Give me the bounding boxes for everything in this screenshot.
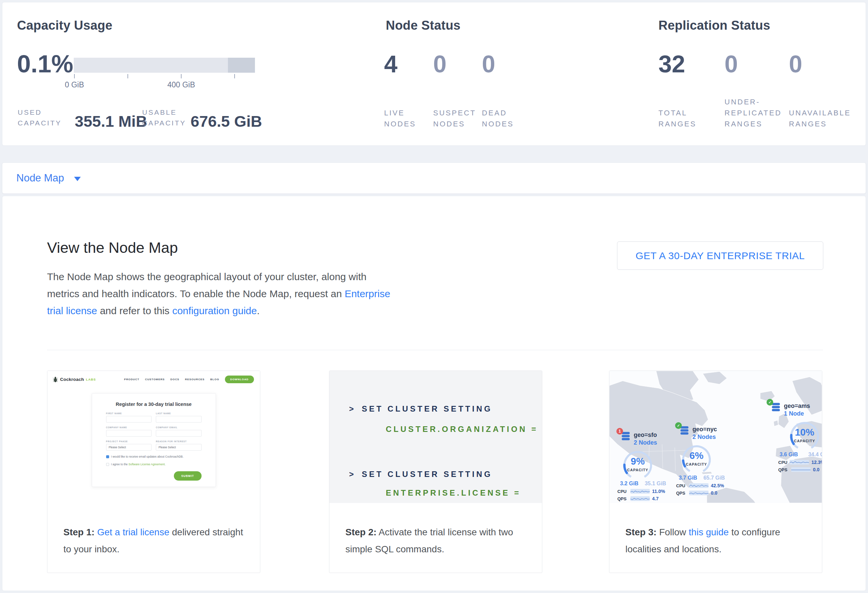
axis-tick-label: 400 GiB [167,80,195,90]
axis-tick-label: 0 GiB [65,80,84,90]
field-label: FIRST NAME [106,412,152,415]
enterprise-trial-button[interactable]: GET A 30-DAY ENTERPRISE TRIAL [617,241,823,270]
used-capacity-value: 355.1 MiB [75,113,147,130]
sql-license-setting: ENTERPRISE.LICENSE = [386,488,521,497]
locality-nyc: ✓ geo=nyc 2 Nodes [675,426,732,496]
cluster-summary-panel: Capacity Usage 0.1% 0 GiB 400 GiB USED C… [2,2,866,146]
used-capacity: 3.6 GiB [779,452,798,458]
live-nodes-count: 4 [384,51,397,77]
unavailable-ranges-count: 0 [789,51,802,77]
qps-sparkline [791,467,810,472]
project-phase-select: Please Select [106,444,152,450]
step1-label: Step 1: [63,527,94,537]
locality-node-count: 1 Node [784,410,810,417]
cpu-sparkline [689,483,709,488]
trial-license-website-thumbnail: Cockroach LABS PRODUCT CUSTOMERS DOCS RE… [47,371,260,503]
dead-nodes-label: DEAD NODES [482,107,514,129]
capacity-gauge: 9% CAPACITY [619,449,656,481]
total-capacity: 34.4 GiB [808,452,822,458]
get-trial-license-link[interactable]: Get a trial license [97,527,169,537]
locality-sfo: 1 geo=sfo 2 Nodes [616,431,673,501]
locality-name: geo=sfo [634,431,657,438]
locality-node-count: 2 Nodes [634,439,657,446]
field-label: COMPANY NAME [106,426,152,428]
total-capacity: 65.7 GiB [704,475,725,481]
under-replicated-ranges-label: UNDER- REPLICATED RANGES [725,96,782,129]
step3-card: 1 geo=sfo 2 Nodes [609,371,822,573]
capacity-gauge: 10% CAPACITY [786,419,822,452]
healthy-badge: ✓ [766,399,773,406]
unavailable-ranges-label: UNAVAILABLE RANGES [789,107,851,129]
sql-organization-setting: CLUSTER.ORGANIZATION = [386,425,538,434]
axis-tick [74,74,75,78]
sql-commands-illustration: >SET CLUSTER SETTING CLUSTER.ORGANIZATIO… [329,371,542,503]
site-nav-item: DOCS [171,378,180,381]
capacity-bar-chart: 0 GiB 400 GiB [74,58,255,73]
site-nav-item: BLOG [210,378,219,381]
capacity-bar [74,58,255,73]
cockroach-logo-icon [53,377,58,383]
dead-nodes-count: 0 [482,51,495,77]
replication-status-title: Replication Status [658,18,770,33]
used-capacity-label: USED CAPACITY [18,107,61,128]
step3-label: Step 3: [625,527,657,537]
form-title: Register for a 30-day trial license [106,402,202,407]
node-map-info-section: View the Node Map The Node Map shows the… [2,196,866,591]
sql-prompt: > [349,469,356,478]
live-nodes-label: LIVE NODES [384,107,416,129]
axis-tick [127,74,128,78]
cpu-sparkline [630,489,650,494]
sql-prompt: > [349,404,356,413]
cluster-overview-page: Capacity Usage 0.1% 0 GiB 400 GiB USED C… [0,0,868,593]
under-replicated-ranges-count: 0 [725,51,738,77]
cpu-sparkline [790,460,809,465]
axis-tick [234,74,235,78]
warning-badge: 1 [616,428,623,434]
used-capacity: 3.2 GiB [620,481,638,487]
capacity-bar-reserved-segment [228,58,255,73]
field-label: LAST NAME [156,412,202,415]
qps-sparkline [630,496,650,501]
company-name-field [106,430,152,437]
site-nav-item: PRODUCT [124,378,139,381]
capacity-gauge: 6% CAPACITY [678,443,715,475]
capacity-usage-title: Capacity Usage [17,18,112,33]
email-updates-checkbox [106,455,109,458]
form-submit-button: SUBMIT [174,471,202,481]
node-map-dropdown[interactable]: Node Map [2,162,866,194]
page-title: View the Node Map [47,239,178,257]
license-agreement-checkbox [106,463,109,466]
site-nav-item: CUSTOMERS [145,378,165,381]
site-download-button: DOWNLOAD [225,375,254,383]
field-label: COMPANY EMAIL [156,426,202,428]
configuration-guide-link[interactable]: configuration guide [172,305,257,316]
step3-caption: Step 3: Follow this guide to configure l… [625,524,816,558]
step1-card: Cockroach LABS PRODUCT CUSTOMERS DOCS RE… [47,371,260,573]
total-ranges-label: TOTAL RANGES [658,107,697,129]
node-status-title: Node Status [386,18,461,33]
reason-for-interest-select: Please Select [156,444,202,450]
step2-card: >SET CLUSTER SETTING CLUSTER.ORGANIZATIO… [329,371,542,573]
node-map-dropdown-label: Node Map [16,172,64,184]
axis-tick [181,74,182,78]
last-name-field [156,416,202,422]
locality-ams: ✓ geo=ams 1 Node [766,403,822,472]
field-label: PROJECT PHASE [106,440,152,443]
capacity-percent: 0.1% [17,51,74,77]
enterprise-trial-license-link[interactable]: Enterprise [345,288,390,299]
node-map-description: The Node Map shows the geographical layo… [47,268,390,319]
site-nav-item: RESOURCES [185,378,205,381]
trial-registration-form: Register for a 30-day trial license FIRS… [92,393,216,487]
locality-name: geo=nyc [692,426,717,433]
suspect-nodes-count: 0 [433,51,447,77]
first-name-field [106,416,152,422]
used-capacity: 3.7 GiB [679,475,697,481]
total-capacity: 35.1 GiB [645,481,666,487]
site-logo-suffix: LABS [86,378,96,381]
locality-node-count: 2 Nodes [692,434,717,440]
usable-capacity-label: USABLE CAPACITY [142,107,186,128]
this-guide-link[interactable]: this guide [689,527,729,537]
enterprise-trial-license-link[interactable]: trial license [47,305,97,316]
site-nav: PRODUCT CUSTOMERS DOCS RESOURCES BLOG DO… [124,375,254,383]
software-license-agreement-link: Software License Agreement. [128,463,165,466]
